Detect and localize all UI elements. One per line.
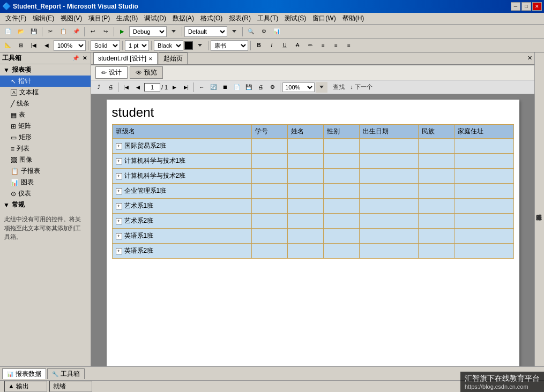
rpt-next-btn[interactable]: ▶: [169, 82, 180, 92]
underline-btn[interactable]: U: [279, 40, 290, 51]
align-left-btn[interactable]: ≡: [317, 40, 329, 51]
tab-close-btn[interactable]: ✕: [148, 56, 153, 62]
bold-btn[interactable]: B: [253, 40, 265, 51]
bottom-tab-toolbox[interactable]: 🔧 工具箱: [47, 368, 85, 379]
nav-prev[interactable]: ◀: [41, 40, 53, 51]
rpt-print2-btn[interactable]: 🖨: [255, 82, 266, 92]
rpt-last-btn[interactable]: ▶|: [181, 82, 191, 92]
line-width-select[interactable]: 1 pt: [125, 40, 149, 51]
document-tab-active[interactable]: student.rdl [设计] ✕: [93, 52, 158, 64]
open-btn[interactable]: 📂: [15, 26, 27, 37]
close-toolbox-button[interactable]: ✕: [81, 55, 88, 62]
tab-area-close-btn[interactable]: ✕: [527, 55, 532, 62]
pin-button[interactable]: 📌: [71, 55, 80, 62]
toolbox-item-chart[interactable]: 📊 图表: [0, 177, 91, 188]
close-button[interactable]: ✕: [532, 2, 542, 11]
menu-help[interactable]: 帮助(H): [339, 13, 368, 24]
view-tab-design[interactable]: ✏ 设计: [95, 66, 128, 79]
save-btn[interactable]: 💾: [28, 26, 40, 37]
zoom-select[interactable]: 100%: [54, 40, 86, 51]
menu-report[interactable]: 报表(R): [226, 13, 254, 24]
color-dropdown[interactable]: [194, 40, 206, 51]
btn-extra1[interactable]: 🔍: [245, 26, 257, 37]
cut-btn[interactable]: ✂: [44, 26, 56, 37]
status-output-btn[interactable]: ▲ 输出: [4, 381, 47, 392]
default-dropdown[interactable]: [228, 26, 240, 37]
redo-btn[interactable]: ↪: [100, 26, 111, 37]
section-report-items[interactable]: ▼ 报表项: [0, 64, 91, 76]
rpt-zoom-select[interactable]: 100% 75% 50% 150%: [282, 82, 315, 92]
highlight-btn[interactable]: ✏: [304, 40, 316, 51]
btn-extra3[interactable]: 📊: [271, 26, 282, 37]
row-expander[interactable]: +: [116, 233, 122, 239]
row-expander[interactable]: +: [116, 203, 122, 209]
new-btn[interactable]: 📄: [2, 26, 14, 37]
menu-window[interactable]: 窗口(W): [309, 13, 339, 24]
rpt-zoom-dropdown[interactable]: [316, 82, 327, 93]
menu-test[interactable]: 测试(S): [281, 13, 309, 24]
color-swatch[interactable]: [184, 41, 193, 50]
row-expander[interactable]: +: [116, 248, 122, 254]
toolbox-item-matrix[interactable]: ⊞ 矩阵: [0, 120, 91, 132]
menu-file[interactable]: 文件(F): [2, 13, 29, 24]
debug-select[interactable]: Debug: [129, 26, 167, 37]
strikethrough-btn[interactable]: A: [292, 40, 303, 51]
section-general[interactable]: ▼ 常规: [0, 199, 91, 210]
format-btn2[interactable]: ⊞: [15, 40, 27, 51]
toolbox-item-line[interactable]: ╱ 线条: [0, 98, 91, 109]
default-select[interactable]: Default: [184, 26, 227, 37]
btn-extra2[interactable]: ⚙: [258, 26, 270, 37]
align-center-btn[interactable]: ≡: [330, 40, 342, 51]
menu-edit[interactable]: 编辑(E): [29, 13, 57, 24]
copy-btn[interactable]: 📋: [57, 26, 69, 37]
view-tab-preview[interactable]: 👁 预览: [130, 66, 163, 79]
menu-tools[interactable]: 工具(T): [254, 13, 281, 24]
menu-project[interactable]: 项目(P): [85, 13, 113, 24]
menu-view[interactable]: 视图(V): [57, 13, 85, 24]
rpt-refresh-btn[interactable]: 🔄: [208, 82, 219, 92]
rpt-pagesetup-btn[interactable]: ⚙: [267, 82, 278, 92]
align-right-btn[interactable]: ≡: [343, 40, 355, 51]
minimize-button[interactable]: ─: [511, 2, 520, 11]
rpt-export2-btn[interactable]: 💾: [243, 82, 254, 92]
toolbox-item-textbox[interactable]: A 文本框: [0, 87, 91, 98]
toolbox-item-subreport[interactable]: 📋 子报表: [0, 165, 91, 177]
rpt-back-btn[interactable]: ←: [196, 82, 207, 92]
toolbox-item-image[interactable]: 🖼 图像: [0, 154, 91, 165]
line-style-select[interactable]: Solid: [91, 40, 120, 51]
menu-format[interactable]: 格式(O): [197, 13, 226, 24]
font-family-select[interactable]: 康书: [211, 40, 248, 51]
page-number-input[interactable]: [144, 83, 160, 92]
toolbox-item-list[interactable]: ≡ 列表: [0, 143, 91, 154]
toolbox-item-pointer[interactable]: ↖ 指针: [0, 76, 91, 87]
debug-dropdown[interactable]: [168, 26, 180, 37]
undo-btn[interactable]: ↩: [87, 26, 99, 37]
right-panel-server-explorer[interactable]: 服务器资源管理器: [534, 209, 544, 211]
rpt-view-btn[interactable]: 📄: [232, 82, 242, 92]
color-select[interactable]: Black: [154, 40, 183, 51]
rpt-first-btn[interactable]: |◀: [121, 82, 131, 92]
bottom-tab-reportdata[interactable]: 📊 报表数据: [2, 368, 46, 379]
document-tab-start[interactable]: 起始页: [159, 52, 188, 64]
run-btn[interactable]: ▶: [116, 26, 128, 37]
rpt-prev-btn[interactable]: ◀: [132, 82, 143, 92]
paste-btn[interactable]: 📌: [70, 26, 82, 37]
menu-data[interactable]: 数据(A): [169, 13, 197, 24]
rpt-export-btn[interactable]: ⤴: [93, 82, 104, 92]
italic-btn[interactable]: I: [266, 40, 278, 51]
maximize-button[interactable]: □: [521, 2, 531, 11]
row-expander[interactable]: +: [116, 173, 122, 179]
rpt-print-btn[interactable]: 🖨: [105, 82, 116, 92]
report-canvas[interactable]: student 班级名 学号 姓名 性别 出生日期 民族 家庭住址: [91, 94, 534, 366]
nav-first[interactable]: |◀: [28, 40, 40, 51]
menu-build[interactable]: 生成(B): [113, 13, 141, 24]
row-expander[interactable]: +: [116, 218, 122, 224]
row-expander[interactable]: +: [116, 143, 122, 149]
row-expander[interactable]: +: [116, 188, 122, 194]
row-expander[interactable]: +: [116, 158, 122, 164]
format-btn1[interactable]: 📐: [2, 40, 14, 51]
rpt-stop-btn[interactable]: ⏹: [220, 82, 230, 92]
toolbox-item-rectangle[interactable]: ▭ 矩形: [0, 132, 91, 143]
toolbox-item-table[interactable]: ▦ 表: [0, 109, 91, 120]
toolbox-item-gauge[interactable]: ⊙ 仪表: [0, 188, 91, 199]
